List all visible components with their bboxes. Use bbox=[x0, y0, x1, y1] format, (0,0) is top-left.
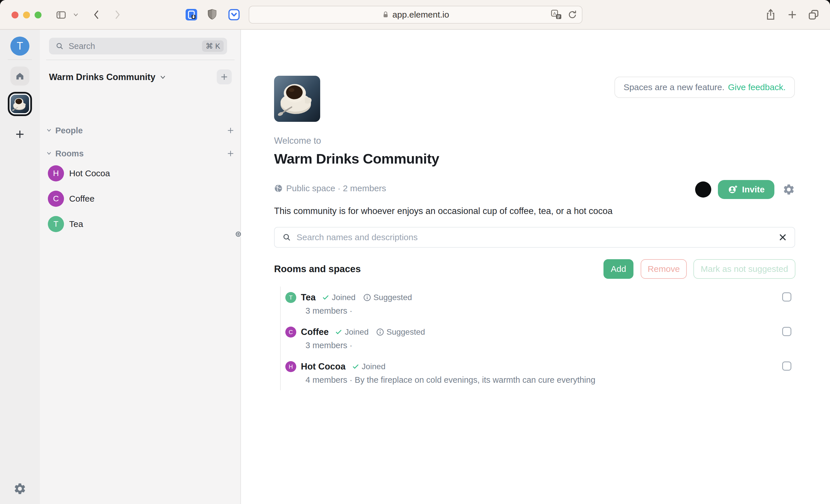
search-names-field[interactable] bbox=[274, 227, 795, 248]
translate-icon[interactable]: A bbox=[551, 9, 562, 20]
back-icon[interactable] bbox=[92, 9, 101, 21]
plus-icon bbox=[220, 73, 228, 81]
space-description: This community is for whoever enjoys an … bbox=[274, 206, 613, 216]
room-details: 3 members · bbox=[306, 306, 352, 316]
joined-label: Joined bbox=[332, 293, 356, 302]
space-meta-text: Public space · 2 members bbox=[286, 183, 386, 193]
page-title: Warm Drinks Community bbox=[274, 150, 439, 167]
sidebar-toggle-icon[interactable] bbox=[55, 9, 67, 21]
room-avatar: T bbox=[48, 216, 64, 232]
space-settings-button[interactable] bbox=[783, 183, 795, 196]
home-icon bbox=[15, 71, 25, 81]
joined-label: Joined bbox=[362, 362, 386, 371]
new-tab-icon[interactable] bbox=[787, 9, 798, 20]
member-avatar[interactable] bbox=[695, 181, 711, 198]
list-row-tea[interactable]: T Tea Joined Suggested 3 members · bbox=[285, 287, 796, 321]
user-avatar[interactable]: T bbox=[10, 37, 29, 56]
invite-button-label: Invite bbox=[742, 184, 765, 194]
globe-icon bbox=[274, 184, 283, 193]
add-room-icon[interactable] bbox=[226, 149, 234, 158]
section-title: Rooms and spaces bbox=[274, 264, 361, 274]
url-text: app.element.io bbox=[392, 10, 449, 20]
extension-password-icon[interactable] bbox=[186, 9, 197, 21]
close-window-button[interactable] bbox=[11, 11, 19, 19]
sidebar-chevron-down-icon[interactable] bbox=[73, 13, 79, 17]
chevron-down-icon bbox=[46, 129, 52, 132]
section-rooms[interactable]: Rooms bbox=[46, 148, 234, 159]
row-checkbox[interactable] bbox=[782, 292, 791, 302]
svg-text:A: A bbox=[553, 11, 556, 16]
space-name-menu[interactable]: Warm Drinks Community bbox=[49, 69, 232, 85]
gear-icon bbox=[13, 482, 27, 495]
space-avatar-selected[interactable] bbox=[8, 92, 32, 116]
rail-divider bbox=[8, 59, 32, 60]
browser-window: app.element.io A bbox=[0, 0, 830, 504]
room-list: H Hot Cocoa C Coffee T bbox=[40, 161, 241, 237]
room-name: Hot Cocoa bbox=[69, 168, 110, 178]
tab-overview-icon[interactable] bbox=[807, 9, 820, 21]
search-names-input[interactable] bbox=[296, 232, 778, 242]
space-name-label: Warm Drinks Community bbox=[49, 72, 155, 82]
search-icon bbox=[55, 42, 64, 51]
room-avatar: C bbox=[48, 191, 64, 207]
add-to-space-button[interactable] bbox=[217, 69, 232, 85]
room-details: 4 members · By the fireplace on cold eve… bbox=[306, 375, 596, 385]
address-bar[interactable]: app.element.io A bbox=[249, 6, 582, 24]
remove-button[interactable]: Remove bbox=[641, 259, 687, 279]
invite-button[interactable]: Invite bbox=[718, 180, 774, 199]
space-home: Spaces are a new feature. Give feedback. bbox=[241, 30, 830, 504]
space-rail: T bbox=[0, 30, 40, 504]
add-people-icon[interactable] bbox=[226, 127, 234, 134]
zoom-window-button[interactable] bbox=[35, 11, 41, 19]
settings-button[interactable] bbox=[13, 482, 27, 495]
check-icon bbox=[322, 294, 329, 301]
search-input[interactable]: Search ⌘ K bbox=[49, 38, 227, 55]
extension-pocket-icon[interactable] bbox=[228, 9, 240, 21]
banner-text: Spaces are a new feature. bbox=[624, 82, 725, 92]
room-avatar: H bbox=[48, 165, 64, 181]
create-space-button[interactable]: + bbox=[10, 125, 29, 144]
home-button[interactable] bbox=[10, 67, 29, 86]
room-item-tea[interactable]: T Tea bbox=[40, 211, 241, 237]
welcome-text: Welcome to bbox=[274, 136, 321, 146]
minimize-window-button[interactable] bbox=[23, 11, 30, 19]
close-icon[interactable] bbox=[778, 232, 788, 242]
mark-not-suggested-button[interactable]: Mark as not suggested bbox=[693, 259, 795, 279]
lock-icon bbox=[382, 11, 389, 19]
room-item-coffee[interactable]: C Coffee bbox=[40, 186, 241, 211]
chevron-down-icon bbox=[46, 152, 52, 156]
forward-icon[interactable] bbox=[113, 9, 122, 21]
extension-shield-icon[interactable] bbox=[207, 9, 217, 21]
row-checkbox[interactable] bbox=[782, 327, 791, 336]
room-name: Coffee bbox=[69, 194, 95, 204]
coffee-cup-image bbox=[11, 95, 29, 113]
room-avatar: T bbox=[285, 292, 296, 303]
list-row-hot-cocoa[interactable]: H Hot Cocoa Joined 4 members · By the fi… bbox=[285, 356, 796, 390]
list-row-coffee[interactable]: C Coffee Joined Suggested 3 members · bbox=[285, 321, 796, 356]
check-icon bbox=[335, 328, 342, 336]
give-feedback-link[interactable]: Give feedback. bbox=[728, 82, 786, 92]
row-checkbox[interactable] bbox=[782, 362, 791, 371]
rooms-and-spaces-list: T Tea Joined Suggested 3 members · bbox=[280, 287, 796, 390]
suggested-label: Suggested bbox=[386, 328, 425, 337]
coffee-cup-image[interactable] bbox=[274, 76, 320, 122]
reload-icon[interactable] bbox=[568, 9, 577, 20]
room-details: 3 members · bbox=[306, 341, 352, 350]
room-item-hot-cocoa[interactable]: H Hot Cocoa bbox=[40, 161, 241, 186]
suggested-label: Suggested bbox=[374, 293, 412, 302]
room-avatar: C bbox=[285, 327, 296, 338]
room-avatar: H bbox=[285, 361, 296, 372]
check-icon bbox=[352, 363, 359, 370]
joined-label: Joined bbox=[345, 328, 369, 337]
info-icon bbox=[376, 328, 384, 336]
room-name: Hot Cocoa bbox=[301, 362, 346, 372]
add-button[interactable]: Add bbox=[604, 259, 634, 279]
spaces-feature-banner: Spaces are a new feature. Give feedback. bbox=[614, 77, 795, 98]
section-people[interactable]: People bbox=[46, 125, 234, 136]
search-icon bbox=[282, 233, 291, 242]
element-app: T bbox=[0, 30, 830, 504]
keyboard-shortcut-badge: ⌘ K bbox=[202, 40, 224, 52]
share-icon[interactable] bbox=[765, 7, 776, 21]
section-rooms-label: Rooms bbox=[55, 149, 226, 158]
chevron-down-icon bbox=[159, 75, 166, 80]
